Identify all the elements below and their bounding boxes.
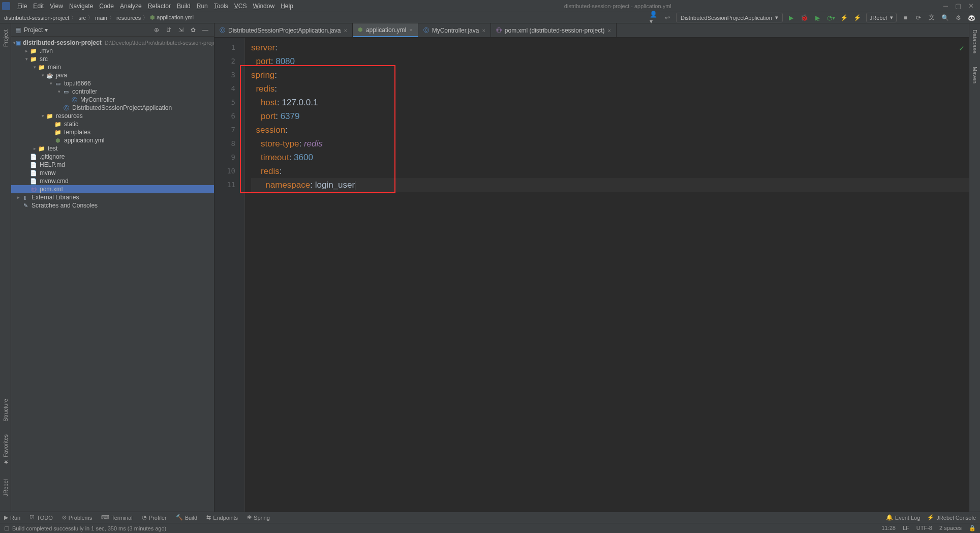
code-line[interactable]: namespace: login_user bbox=[251, 178, 969, 192]
lock-icon[interactable]: 🔒 bbox=[969, 525, 976, 531]
menu-view[interactable]: View bbox=[47, 3, 66, 10]
bottom-tab-terminal[interactable]: ⌨Terminal bbox=[101, 514, 133, 521]
editor-tab[interactable]: ⒸMyController.java× bbox=[418, 23, 491, 37]
settings-icon[interactable]: ⚙ bbox=[954, 13, 963, 22]
search-icon[interactable]: 🔍 bbox=[940, 13, 950, 22]
menu-code[interactable]: Code bbox=[96, 3, 117, 10]
run-config-selector[interactable]: DistributedSessionProjectApplication ▾ bbox=[676, 13, 783, 22]
tree-node[interactable]: 📄.gitignore bbox=[11, 153, 214, 161]
code-line[interactable]: timeout: 3600 bbox=[251, 151, 969, 164]
locate-icon[interactable]: ⊕ bbox=[152, 25, 161, 35]
caret-position[interactable]: 11:28 bbox=[881, 525, 896, 531]
menu-edit[interactable]: Edit bbox=[30, 3, 47, 10]
git-update-icon[interactable]: ⟳ bbox=[914, 13, 923, 22]
breadcrumb-item[interactable]: ⬢ application.yml bbox=[150, 14, 194, 21]
profile-button[interactable]: ◔▾ bbox=[826, 13, 836, 22]
tree-node[interactable]: ▾☕java bbox=[11, 71, 214, 79]
tree-node[interactable]: ▸⫿External Libraries bbox=[11, 193, 214, 201]
tree-node[interactable]: 📄HELP.md bbox=[11, 161, 214, 169]
close-tab-icon[interactable]: × bbox=[608, 27, 611, 34]
code-line[interactable]: port: 6379 bbox=[251, 109, 969, 123]
jrebel-debug-icon[interactable]: ⚡ bbox=[853, 13, 862, 22]
hide-panel-icon[interactable]: — bbox=[201, 25, 210, 35]
menu-vcs[interactable]: VCS bbox=[231, 3, 250, 10]
tree-node[interactable]: 📄mvnw.cmd bbox=[11, 177, 214, 185]
project-tool-button[interactable]: Project bbox=[3, 27, 9, 49]
tree-node[interactable]: ⒸMyController bbox=[11, 96, 214, 104]
editor-body[interactable]: 1234567891011 ✓ server: port: 8080spring… bbox=[215, 38, 969, 512]
maximize-button[interactable]: ▢ bbox=[955, 2, 961, 10]
breadcrumb-item[interactable]: src bbox=[78, 15, 86, 21]
close-tab-icon[interactable]: × bbox=[409, 27, 412, 33]
minimize-button[interactable]: ─ bbox=[943, 2, 948, 10]
run-button[interactable]: ▶ bbox=[787, 13, 796, 22]
tree-node[interactable]: ⬢application.yml bbox=[11, 136, 214, 144]
line-separator[interactable]: LF bbox=[903, 525, 909, 531]
menu-build[interactable]: Build bbox=[174, 3, 194, 10]
close-tab-icon[interactable]: × bbox=[344, 27, 347, 34]
menu-help[interactable]: Help bbox=[278, 3, 296, 10]
stop-button[interactable]: ■ bbox=[901, 13, 910, 22]
code-content[interactable]: ✓ server: port: 8080spring: redis: host:… bbox=[245, 38, 969, 512]
tree-node[interactable]: ▾📁resources bbox=[11, 112, 214, 120]
code-line[interactable]: store-type: redis bbox=[251, 137, 969, 151]
tree-node[interactable]: ✎Scratches and Consoles bbox=[11, 201, 214, 210]
close-button[interactable]: ✕ bbox=[968, 2, 974, 10]
editor-tab[interactable]: ⬢application.yml× bbox=[353, 23, 418, 37]
menu-tools[interactable]: Tools bbox=[211, 3, 231, 10]
tree-node[interactable]: 📁static bbox=[11, 120, 214, 128]
avatar-icon[interactable]: 🐼 bbox=[967, 13, 976, 22]
code-line[interactable]: server: bbox=[251, 41, 969, 54]
bottom-tab-spring[interactable]: ❀Spring bbox=[247, 514, 270, 521]
tree-node[interactable]: ▸📁test bbox=[11, 144, 214, 153]
bottom-tab-build[interactable]: 🔨Build bbox=[176, 514, 197, 521]
tree-node[interactable]: ▾📁main bbox=[11, 63, 214, 71]
breadcrumb-item[interactable]: resources bbox=[116, 15, 141, 21]
status-icon[interactable]: ▢ bbox=[4, 525, 9, 531]
maven-tool-button[interactable]: Maven bbox=[972, 65, 978, 85]
add-user-icon[interactable]: 👤▾ bbox=[650, 13, 659, 22]
file-encoding[interactable]: UTF-8 bbox=[916, 525, 932, 531]
panel-settings-icon[interactable]: ✿ bbox=[189, 25, 198, 35]
tree-node[interactable]: 📄mvnw bbox=[11, 169, 214, 177]
menu-run[interactable]: Run bbox=[194, 3, 211, 10]
structure-tool-button[interactable]: Structure bbox=[3, 397, 9, 424]
tree-node[interactable]: ▾▣distributed-session-projectD:\Develop\… bbox=[11, 39, 214, 47]
indent-setting[interactable]: 2 spaces bbox=[939, 525, 962, 531]
tree-node[interactable]: ▾📁src bbox=[11, 55, 214, 63]
expand-icon[interactable]: ⇵ bbox=[164, 25, 173, 35]
code-line[interactable]: spring: bbox=[251, 68, 969, 82]
tree-node[interactable]: ▾▭top.it6666 bbox=[11, 79, 214, 87]
code-line[interactable]: session: bbox=[251, 123, 969, 137]
tree-node[interactable]: ⓜpom.xml bbox=[11, 185, 214, 193]
bottom-tab-problems[interactable]: ⊘Problems bbox=[62, 514, 92, 521]
tree-node[interactable]: ▾▭controller bbox=[11, 87, 214, 96]
collapse-icon[interactable]: ⇲ bbox=[176, 25, 186, 35]
menu-analyze[interactable]: Analyze bbox=[117, 3, 145, 10]
bottom-tab-profiler[interactable]: ◔Profiler bbox=[142, 514, 167, 521]
tree-node[interactable]: 📁templates bbox=[11, 128, 214, 136]
bottom-tab-jrebel-console[interactable]: ⚡JRebel Console bbox=[927, 514, 976, 521]
editor-tab[interactable]: ⒸDistributedSessionProjectApplication.ja… bbox=[215, 23, 353, 37]
translate-icon[interactable]: 文 bbox=[927, 13, 936, 22]
debug-button[interactable]: 🐞 bbox=[800, 13, 809, 22]
code-line[interactable]: port: 8080 bbox=[251, 54, 969, 68]
bottom-tab-todo[interactable]: ☑TODO bbox=[29, 514, 53, 521]
bottom-tab-event-log[interactable]: 🔔Event Log bbox=[886, 514, 921, 521]
database-tool-button[interactable]: Database bbox=[972, 27, 978, 55]
breadcrumb-item[interactable]: main bbox=[95, 15, 107, 21]
menu-refactor[interactable]: Refactor bbox=[145, 3, 174, 10]
tree-node[interactable]: ⒸDistributedSessionProjectApplication bbox=[11, 104, 214, 112]
menu-window[interactable]: Window bbox=[250, 3, 278, 10]
code-line[interactable]: host: 127.0.0.1 bbox=[251, 96, 969, 109]
bottom-tab-run[interactable]: ▶Run bbox=[4, 514, 20, 521]
menu-navigate[interactable]: Navigate bbox=[66, 3, 96, 10]
jrebel-run-icon[interactable]: ⚡ bbox=[840, 13, 849, 22]
jrebel-selector[interactable]: JRebel ▾ bbox=[866, 13, 897, 22]
close-tab-icon[interactable]: × bbox=[482, 27, 485, 34]
coverage-button[interactable]: ▶̤ bbox=[813, 13, 822, 22]
jrebel-tool-button[interactable]: JRebel bbox=[3, 477, 9, 498]
code-line[interactable]: redis: bbox=[251, 82, 969, 96]
menu-file[interactable]: File bbox=[14, 3, 30, 10]
project-tree[interactable]: ▾▣distributed-session-projectD:\Develop\… bbox=[11, 37, 214, 512]
